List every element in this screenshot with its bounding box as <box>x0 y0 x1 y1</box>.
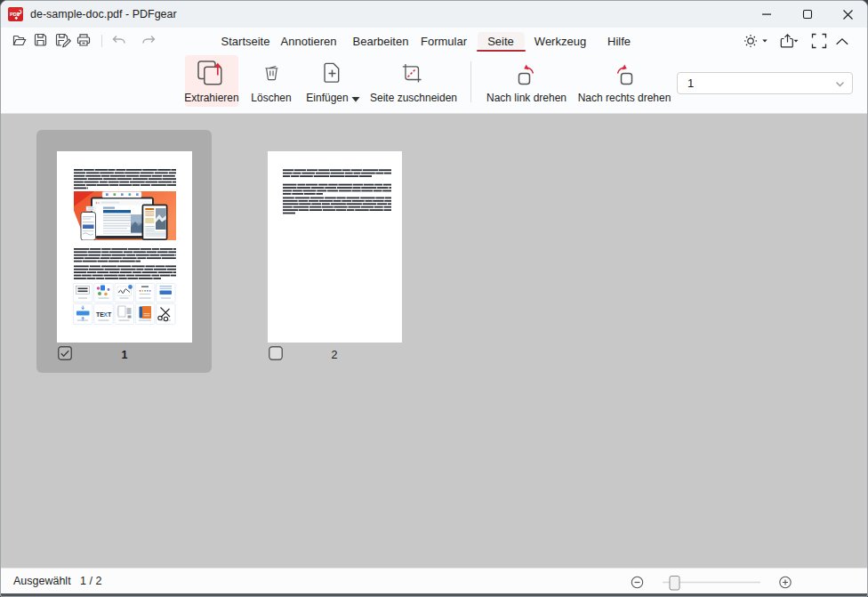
svg-text:T: T <box>108 311 112 318</box>
